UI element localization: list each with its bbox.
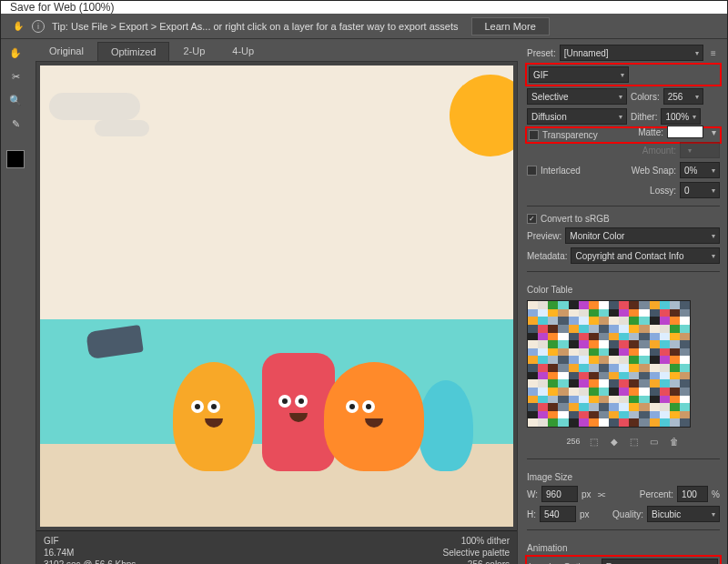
color-table-title: Color Table	[527, 285, 720, 295]
looping-select[interactable]: Forever	[602, 559, 718, 564]
ct-new-icon[interactable]: ▭	[648, 435, 661, 448]
format-select[interactable]: GIF	[529, 66, 629, 83]
hand-tool-icon[interactable]: ✋	[6, 45, 25, 61]
matte-label: Matte:	[638, 127, 663, 137]
ct-count: 256	[566, 437, 580, 446]
interlaced-checkbox[interactable]	[527, 166, 537, 176]
stat-palette: Selective palette	[443, 547, 510, 559]
image-size-title: Image Size	[527, 472, 720, 482]
settings-panel: Preset: [Unnamed] ≡ GIF Selective Colors…	[523, 39, 727, 564]
zoom-tool-icon[interactable]: 🔍	[6, 92, 25, 108]
preset-label: Preset:	[527, 48, 556, 58]
dither-method-select[interactable]: Diffusion	[527, 108, 627, 125]
chevron-down-icon[interactable]: ▾	[707, 126, 720, 138]
px-label2: px	[580, 509, 590, 519]
stat-size: 16.74M	[44, 547, 136, 559]
srgb-label: Convert to sRGB	[541, 214, 610, 224]
matte-swatch[interactable]	[667, 126, 703, 138]
preview-label: Preview:	[527, 231, 561, 241]
view-tabs: Original Optimized 2-Up 4-Up	[35, 39, 518, 61]
reduction-select[interactable]: Selective	[527, 88, 627, 105]
stats-bar: GIF 16.74M 3102 sec @ 56.6 Kbps 100% dit…	[36, 530, 517, 564]
info-icon: i	[32, 20, 45, 33]
amount-label: Amount:	[642, 146, 676, 156]
width-input[interactable]	[541, 486, 578, 502]
color-swatch[interactable]	[6, 150, 25, 168]
ct-lock-icon[interactable]: ⬚	[588, 435, 601, 448]
lossy-input[interactable]: 0	[680, 182, 720, 198]
learn-more-button[interactable]: Learn More	[471, 17, 550, 35]
eyedropper-tool-icon[interactable]: ✎	[6, 116, 25, 132]
stat-format: GIF	[44, 535, 136, 547]
ct-map-icon[interactable]: ⬚	[628, 435, 641, 448]
colors-input[interactable]: 256	[663, 88, 703, 105]
tab-4up[interactable]: 4-Up	[218, 41, 268, 61]
tab-2up[interactable]: 2-Up	[169, 41, 218, 61]
srgb-checkbox[interactable]	[527, 214, 537, 224]
metadata-select[interactable]: Copyright and Contact Info	[571, 247, 720, 264]
percent-input[interactable]	[677, 486, 708, 502]
lossy-label: Lossy:	[650, 186, 676, 196]
trash-icon[interactable]: 🗑	[668, 435, 681, 448]
colors-label: Colors:	[631, 92, 660, 102]
preview-select[interactable]: Monitor Color	[565, 227, 720, 244]
link-icon[interactable]: ⫘	[595, 488, 608, 500]
websnap-input[interactable]: 0%	[680, 162, 720, 178]
color-table[interactable]	[527, 300, 691, 428]
stat-colors: 256 colors	[443, 559, 510, 564]
tip-bar: ✋ i Tip: Use File > Export > Export As..…	[1, 14, 727, 39]
metadata-label: Metadata:	[527, 251, 567, 261]
window-title: Save for Web (100%)	[10, 1, 115, 14]
interlaced-label: Interlaced	[541, 166, 581, 176]
px-label: px	[581, 489, 592, 499]
window-titlebar: Save for Web (100%)	[1, 1, 727, 14]
stat-dither: 100% dither	[443, 535, 510, 547]
tab-optimized[interactable]: Optimized	[97, 42, 170, 61]
hand-tool-icon: ✋	[12, 20, 25, 33]
slice-tool-icon[interactable]: ✂	[6, 68, 25, 85]
pct-sign: %	[712, 489, 720, 499]
menu-icon[interactable]: ≡	[707, 46, 720, 59]
animation-title: Animation	[527, 543, 720, 553]
tool-strip: ✋ ✂ 🔍 ✎	[1, 39, 30, 564]
height-input[interactable]	[540, 506, 576, 522]
websnap-label: Web Snap:	[632, 166, 676, 176]
ct-shift-icon[interactable]: ◆	[608, 435, 621, 448]
h-label: H:	[527, 509, 536, 519]
tip-text: Tip: Use File > Export > Export As... or…	[52, 21, 459, 32]
quality-select[interactable]: Bicubic	[647, 506, 720, 522]
tab-original[interactable]: Original	[35, 41, 97, 61]
dither-input[interactable]: 100%	[661, 108, 701, 125]
percent-label: Percent:	[640, 489, 673, 499]
preset-select[interactable]: [Unnamed]	[560, 45, 703, 61]
stat-rate: 3102 sec @ 56.6 Kbps	[44, 559, 136, 564]
w-label: W:	[527, 489, 538, 499]
amount-input	[680, 142, 720, 158]
preview-pane: GIF 16.74M 3102 sec @ 56.6 Kbps 100% dit…	[35, 61, 518, 564]
preview-image	[40, 65, 513, 527]
quality-label: Quality:	[612, 509, 643, 519]
dither-label: Dither:	[631, 112, 657, 122]
